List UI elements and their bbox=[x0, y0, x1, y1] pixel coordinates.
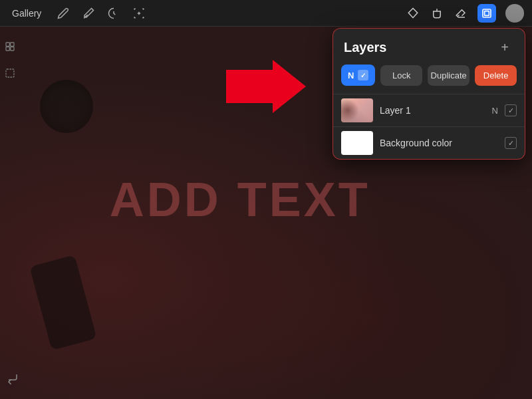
canvas-watermark: ADD TEXT bbox=[110, 172, 370, 227]
toolbar-left: Gallery bbox=[8, 5, 406, 21]
airbrush-icon[interactable] bbox=[430, 6, 444, 21]
decorative-cup bbox=[40, 80, 93, 133]
pencil-icon[interactable] bbox=[56, 6, 70, 21]
background-color-visibility-checkbox[interactable] bbox=[505, 137, 517, 149]
brush-icon[interactable] bbox=[81, 6, 96, 21]
background-color-row[interactable]: Background color bbox=[333, 126, 525, 159]
toolbar-right bbox=[406, 4, 524, 23]
mode-check-icon: ✓ bbox=[358, 70, 368, 80]
duplicate-button[interactable]: Duplicate bbox=[428, 65, 469, 86]
svg-rect-8 bbox=[11, 43, 14, 46]
svg-rect-11 bbox=[6, 69, 14, 77]
svg-rect-5 bbox=[483, 9, 491, 17]
layers-panel: Layers + N ✓ Lock Duplicate Delete Layer… bbox=[332, 28, 525, 160]
smudge-icon[interactable] bbox=[106, 6, 121, 21]
mode-label: N bbox=[348, 70, 354, 80]
layer-row[interactable]: Layer 1 N bbox=[333, 94, 525, 126]
sidebar-transform-icon[interactable] bbox=[3, 40, 17, 53]
selection-icon[interactable] bbox=[132, 6, 146, 21]
back-button[interactable] bbox=[7, 372, 20, 386]
svg-rect-6 bbox=[485, 11, 489, 15]
eraser-icon[interactable] bbox=[454, 6, 468, 21]
layers-panel-header: Layers + bbox=[333, 29, 525, 65]
lock-button[interactable]: Lock bbox=[380, 65, 422, 86]
sidebar-selection-icon[interactable] bbox=[3, 66, 17, 80]
layer-mode-button[interactable]: N ✓ bbox=[341, 65, 375, 86]
layer-1-thumbnail bbox=[341, 98, 373, 122]
layers-panel-button[interactable] bbox=[477, 4, 496, 23]
svg-rect-7 bbox=[6, 43, 9, 46]
svg-rect-10 bbox=[11, 47, 14, 51]
user-avatar[interactable] bbox=[505, 4, 524, 23]
svg-marker-0 bbox=[226, 60, 306, 113]
background-color-name: Background color bbox=[380, 138, 498, 148]
layer-1-mode: N bbox=[492, 106, 498, 116]
layer-actions-bar: N ✓ Lock Duplicate Delete bbox=[333, 65, 525, 94]
pen-nib-icon[interactable] bbox=[406, 6, 420, 21]
red-arrow bbox=[226, 60, 306, 113]
layer-1-visibility-checkbox[interactable] bbox=[505, 104, 517, 116]
top-toolbar: Gallery bbox=[0, 0, 532, 27]
left-sidebar bbox=[0, 27, 20, 399]
layer-1-name: Layer 1 bbox=[380, 105, 485, 116]
add-layer-button[interactable]: + bbox=[495, 38, 514, 57]
gallery-button[interactable]: Gallery bbox=[8, 5, 45, 21]
svg-rect-9 bbox=[6, 47, 9, 51]
decorative-phone bbox=[29, 255, 96, 350]
delete-button[interactable]: Delete bbox=[475, 65, 517, 86]
layers-panel-title: Layers bbox=[344, 40, 387, 55]
background-color-thumbnail bbox=[341, 131, 373, 155]
